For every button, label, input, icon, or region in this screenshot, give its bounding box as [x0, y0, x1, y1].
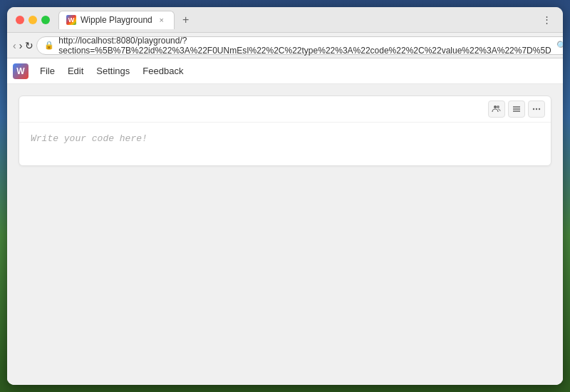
more-options-button[interactable]: ⋮ [539, 12, 554, 28]
svg-point-6 [536, 108, 537, 110]
tab-bar: W Wipple Playground × + [58, 11, 539, 29]
zoom-icon[interactable]: 🔍 [556, 39, 563, 52]
editor-placeholder: Write your code here! [31, 133, 147, 144]
forward-button[interactable]: › [19, 38, 23, 53]
svg-point-7 [539, 108, 540, 110]
menu-file[interactable]: File [34, 63, 61, 79]
editor-card: Write your code here! [19, 96, 551, 166]
traffic-lights [16, 16, 50, 24]
users-toolbar-button[interactable] [488, 100, 505, 118]
address-text: http://localhost:8080/playground/?sectio… [58, 36, 551, 56]
back-button[interactable]: ‹ [13, 38, 16, 53]
more-toolbar-button[interactable] [528, 100, 545, 118]
title-bar: W Wipple Playground × + ⋮ [7, 7, 563, 33]
close-button[interactable] [16, 16, 24, 24]
editor-toolbar [19, 96, 551, 123]
svg-point-0 [494, 105, 497, 108]
maximize-button[interactable] [41, 16, 50, 24]
address-bar[interactable]: 🔒 http://localhost:8080/playground/?sect… [36, 36, 563, 55]
menu-edit[interactable]: Edit [62, 63, 89, 79]
browser-controls-right: ⋮ [539, 12, 554, 28]
lock-icon: 🔒 [44, 41, 54, 50]
workspace: Write your code here! [7, 84, 563, 385]
menu-feedback[interactable]: Feedback [137, 63, 189, 79]
editor-body[interactable]: Write your code here! [19, 123, 551, 165]
address-bar-row: ‹ › ↻ 🔒 http://localhost:8080/playground… [7, 33, 563, 58]
browser-window: W Wipple Playground × + ⋮ ‹ › ↻ 🔒 http:/… [7, 7, 563, 385]
tab-favicon: W [66, 15, 76, 25]
menu-settings[interactable]: Settings [90, 63, 135, 79]
app-content: W File Edit Settings Feedback [7, 58, 563, 385]
app-logo: W [13, 63, 28, 79]
list-toolbar-button[interactable] [508, 100, 525, 118]
minimize-button[interactable] [28, 16, 37, 24]
tab-close-button[interactable]: × [157, 15, 167, 25]
address-right-icons: 🔍 ⬆ ☆ [556, 39, 563, 52]
svg-point-1 [497, 105, 499, 108]
active-tab[interactable]: W Wipple Playground × [58, 11, 175, 29]
app-menubar: W File Edit Settings Feedback [7, 58, 563, 84]
tab-title: Wipple Playground [81, 15, 152, 25]
svg-point-5 [533, 108, 534, 110]
new-tab-button[interactable]: + [177, 11, 195, 29]
reload-button[interactable]: ↻ [25, 38, 33, 53]
